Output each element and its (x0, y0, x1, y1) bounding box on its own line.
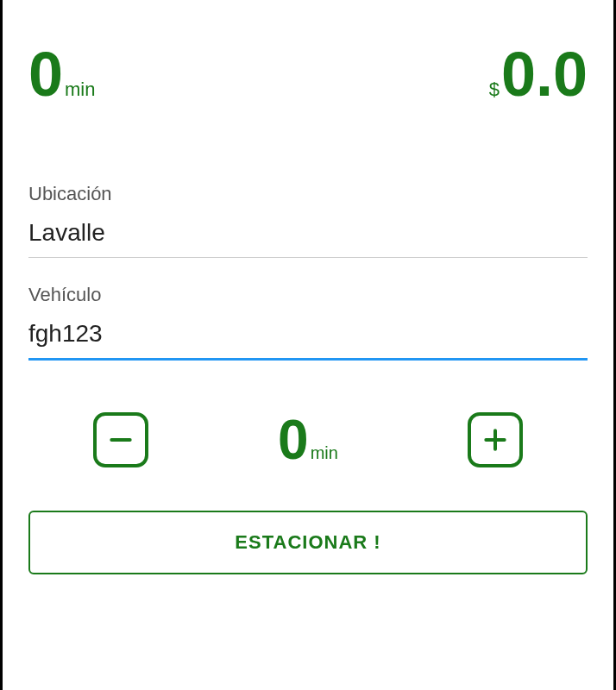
stepper-display: 0 min (278, 412, 338, 467)
increment-button[interactable] (468, 412, 523, 467)
stepper-value: 0 (278, 412, 309, 467)
time-unit: min (65, 78, 95, 101)
location-input[interactable] (28, 212, 588, 258)
price-currency: $ (489, 78, 500, 101)
time-display: 0 min (28, 43, 96, 105)
vehicle-label: Vehículo (28, 284, 588, 306)
plus-icon (481, 426, 509, 454)
stepper-unit: min (311, 443, 338, 463)
park-button[interactable]: ESTACIONAR ! (28, 511, 588, 574)
minus-icon (107, 426, 135, 454)
vehicle-input[interactable] (28, 313, 588, 361)
price-display: $ 0.0 (489, 43, 588, 105)
summary-row: 0 min $ 0.0 (28, 43, 588, 105)
location-label: Ubicación (28, 183, 588, 205)
location-field-group: Ubicación (28, 183, 588, 258)
decrement-button[interactable] (93, 412, 148, 467)
time-value: 0 (28, 43, 63, 105)
vehicle-field-group: Vehículo (28, 284, 588, 361)
price-value: 0.0 (501, 43, 588, 105)
duration-stepper: 0 min (28, 412, 588, 467)
